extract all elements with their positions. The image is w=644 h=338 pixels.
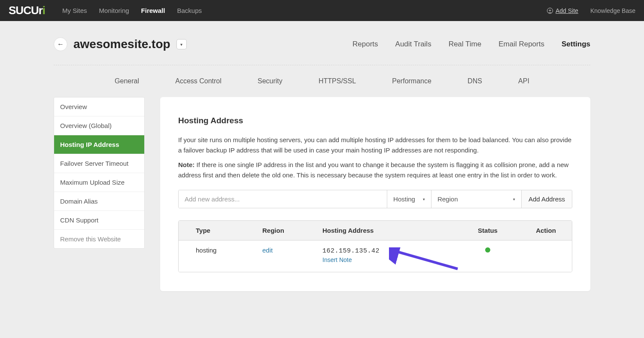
knowledge-base-link[interactable]: Knowledge Base bbox=[590, 7, 635, 14]
intro-paragraph: If your site runs on multiple hosting se… bbox=[178, 135, 572, 155]
nav-firewall[interactable]: Firewall bbox=[141, 7, 165, 14]
section-heading: Hosting Address bbox=[178, 116, 572, 125]
region-select[interactable]: Region ▾ bbox=[431, 190, 521, 208]
arrow-left-icon: ← bbox=[57, 40, 64, 48]
tab-email-reports[interactable]: Email Reports bbox=[498, 40, 544, 49]
logo-text: SUCUri bbox=[9, 4, 45, 17]
th-region: Region bbox=[254, 227, 314, 234]
settings-sidebar: Overview Overview (Global) Hosting IP Ad… bbox=[54, 97, 145, 249]
subtab-performance[interactable]: Performance bbox=[392, 77, 431, 85]
topnav-right: + Add Site Knowledge Base bbox=[547, 7, 635, 14]
status-dot-icon bbox=[485, 247, 490, 253]
caret-down-icon: ▾ bbox=[423, 197, 425, 201]
add-address-row: Hosting ▾ Region ▾ Add Address bbox=[178, 190, 572, 208]
top-navbar: SUCUri My Sites Monitoring Firewall Back… bbox=[0, 0, 644, 21]
table-header-row: Type Region Hosting Address Status Actio… bbox=[179, 221, 572, 241]
header-left: ← awesomesite.top ▾ bbox=[54, 37, 187, 51]
cell-status bbox=[456, 247, 520, 263]
sidebar-item-overview-global[interactable]: Overview (Global) bbox=[54, 116, 144, 135]
edit-region-link[interactable]: edit bbox=[262, 247, 273, 254]
table-row: hosting edit 162.159.135.42 Insert Note bbox=[179, 241, 572, 272]
ip-address: 162.159.135.42 bbox=[322, 247, 380, 255]
cell-action bbox=[520, 247, 572, 263]
hosting-table: Type Region Hosting Address Status Actio… bbox=[178, 220, 572, 272]
th-action: Action bbox=[520, 227, 572, 234]
th-type: Type bbox=[179, 227, 254, 234]
back-button[interactable]: ← bbox=[54, 37, 67, 51]
subtab-https-ssl[interactable]: HTTPS/SSL bbox=[319, 77, 356, 85]
subtab-dns[interactable]: DNS bbox=[468, 77, 482, 85]
sidebar-item-hosting-ip[interactable]: Hosting IP Address bbox=[54, 135, 144, 154]
sidebar-item-cdn-support[interactable]: CDN Support bbox=[54, 211, 144, 230]
subtab-general[interactable]: General bbox=[115, 77, 139, 85]
tab-real-time[interactable]: Real Time bbox=[449, 40, 482, 49]
note-paragraph: Note: If there is one single IP address … bbox=[178, 160, 572, 180]
content-card: Hosting Address If your site runs on mul… bbox=[160, 97, 590, 291]
subtab-api[interactable]: API bbox=[518, 77, 529, 85]
add-address-input[interactable] bbox=[179, 190, 387, 208]
th-status: Status bbox=[456, 227, 520, 234]
sidebar-item-domain-alias[interactable]: Domain Alias bbox=[54, 192, 144, 211]
main-area: Overview Overview (Global) Hosting IP Ad… bbox=[54, 97, 590, 291]
note-label: Note: bbox=[178, 161, 194, 168]
logo[interactable]: SUCUri bbox=[9, 4, 45, 17]
site-title: awesomesite.top bbox=[73, 37, 170, 51]
site-dropdown-button[interactable]: ▾ bbox=[176, 39, 187, 49]
sidebar-item-max-upload[interactable]: Maximum Upload Size bbox=[54, 173, 144, 192]
settings-subtabs: General Access Control Security HTTPS/SS… bbox=[54, 65, 590, 97]
tab-reports[interactable]: Reports bbox=[352, 40, 378, 49]
insert-note-link[interactable]: Insert Note bbox=[322, 256, 352, 263]
add-site-label: Add Site bbox=[556, 7, 578, 14]
cell-region: edit bbox=[254, 247, 314, 263]
cell-address: 162.159.135.42 Insert Note bbox=[314, 247, 456, 263]
cell-type: hosting bbox=[179, 247, 254, 263]
sidebar-item-failover[interactable]: Failover Server Timeout bbox=[54, 154, 144, 173]
subtab-security[interactable]: Security bbox=[258, 77, 283, 85]
nav-my-sites[interactable]: My Sites bbox=[62, 7, 87, 14]
type-select[interactable]: Hosting ▾ bbox=[387, 190, 431, 208]
add-site-link[interactable]: + Add Site bbox=[547, 7, 578, 14]
chevron-down-icon: ▾ bbox=[180, 42, 182, 47]
page-header: ← awesomesite.top ▾ Reports Audit Trails… bbox=[54, 37, 590, 65]
header-tabs: Reports Audit Trails Real Time Email Rep… bbox=[352, 40, 590, 49]
nav-backups[interactable]: Backups bbox=[177, 7, 202, 14]
page-container: ← awesomesite.top ▾ Reports Audit Trails… bbox=[54, 21, 590, 304]
nav-monitoring[interactable]: Monitoring bbox=[99, 7, 129, 14]
caret-down-icon: ▾ bbox=[513, 197, 515, 201]
note-text: If there is one single IP address in the… bbox=[178, 161, 568, 179]
type-select-value: Hosting bbox=[393, 195, 415, 203]
topnav-items: My Sites Monitoring Firewall Backups bbox=[62, 7, 547, 14]
sidebar-item-remove-website[interactable]: Remove this Website bbox=[54, 230, 144, 248]
sidebar-item-overview[interactable]: Overview bbox=[54, 97, 144, 116]
region-select-value: Region bbox=[437, 195, 458, 203]
subtab-access-control[interactable]: Access Control bbox=[175, 77, 222, 85]
th-address: Hosting Address bbox=[314, 227, 456, 234]
tab-settings[interactable]: Settings bbox=[562, 40, 590, 49]
tab-audit-trails[interactable]: Audit Trails bbox=[395, 40, 431, 49]
plus-circle-icon: + bbox=[547, 8, 553, 14]
add-address-button[interactable]: Add Address bbox=[521, 190, 572, 208]
